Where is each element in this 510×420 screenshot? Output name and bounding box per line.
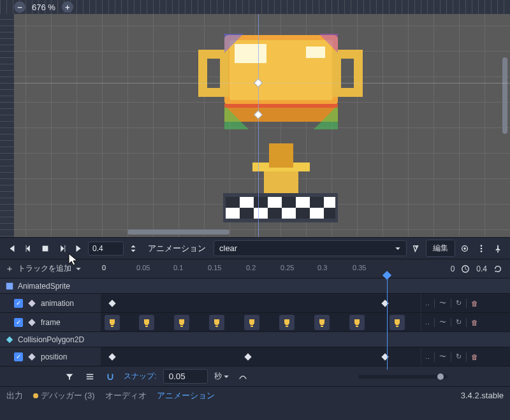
keyframe[interactable] <box>108 353 115 360</box>
svg-rect-8 <box>296 208 310 219</box>
bezier-edit-button[interactable] <box>236 370 250 384</box>
frame-thumbnail[interactable] <box>139 315 154 330</box>
snap-toggle-button[interactable] <box>103 370 117 384</box>
track-enabled-checkbox[interactable]: ✓ <box>14 352 23 361</box>
chevron-down-icon <box>223 373 229 380</box>
svg-rect-18 <box>203 54 224 92</box>
interp-icon[interactable]: 〜 <box>439 352 446 361</box>
step-back-button[interactable] <box>22 242 36 256</box>
animation-selector[interactable]: clear <box>214 240 407 256</box>
frame-thumbnail[interactable] <box>390 315 405 330</box>
animation-menu-label[interactable]: アニメーション <box>143 243 211 254</box>
track-property-label: animation <box>41 299 74 308</box>
loop-icon[interactable]: ↻ <box>456 318 462 326</box>
track-row-animation: ✓ animation ‥ 〜 ↻ 🗑 <box>0 293 510 312</box>
time-tick: 0.15 <box>208 264 221 272</box>
group-tracks-button[interactable] <box>83 370 97 384</box>
more-options-button[interactable] <box>474 242 488 256</box>
tab-output[interactable]: 出力 <box>6 390 23 402</box>
time-tick: 0.2 <box>246 264 256 272</box>
time-tick: 0.1 <box>173 264 183 272</box>
canvas-viewport[interactable]: − 676 % + <box>0 0 510 237</box>
onion-skin-button[interactable] <box>458 242 472 256</box>
viewport-vertical-scrollbar[interactable] <box>502 57 507 134</box>
keyframe[interactable] <box>108 300 115 307</box>
tab-animation[interactable]: アニメーション <box>157 390 215 402</box>
track-options: ‥ 〜 ↻ 🗑 <box>421 294 510 312</box>
add-track-button[interactable]: トラックを追加 <box>18 263 71 274</box>
sprite-preview[interactable] <box>198 22 363 226</box>
chevron-down-icon <box>395 245 401 252</box>
frame-thumbnail[interactable] <box>279 315 295 330</box>
time-stepper-icon[interactable] <box>126 242 140 256</box>
track-keyframes[interactable] <box>101 313 421 331</box>
playhead[interactable] <box>387 275 388 370</box>
frame-thumbnail[interactable] <box>244 315 259 330</box>
track-group-animatedsprite[interactable]: AnimatedSprite <box>0 278 510 293</box>
time-position-input[interactable] <box>88 242 124 256</box>
timeline-clock-icon[interactable] <box>458 262 472 276</box>
plus-icon: ＋ <box>5 263 14 275</box>
delete-track-button[interactable]: 🗑 <box>471 353 478 361</box>
frame-thumbnail[interactable] <box>314 315 330 330</box>
frame-thumbnail[interactable] <box>209 315 224 330</box>
frame-thumbnail[interactable] <box>349 315 365 330</box>
filter-tracks-button[interactable] <box>62 370 76 384</box>
delete-track-button[interactable]: 🗑 <box>471 319 478 326</box>
svg-rect-3 <box>254 197 268 208</box>
play-reverse-end-button[interactable] <box>5 242 19 256</box>
loop-icon[interactable]: ↻ <box>456 299 462 307</box>
track-mode-icon[interactable]: ‥ <box>425 318 430 326</box>
interp-icon[interactable]: 〜 <box>439 298 446 308</box>
tab-debugger-label: デバッガー (3) <box>41 391 95 400</box>
svg-rect-9 <box>324 208 335 219</box>
track-options: ‥ 〜 ↻ 🗑 <box>421 313 510 331</box>
svg-rect-19 <box>337 54 358 92</box>
delete-track-button[interactable]: 🗑 <box>471 300 478 307</box>
track-enabled-checkbox[interactable]: ✓ <box>14 299 23 308</box>
track-keyframes[interactable] <box>101 347 421 366</box>
track-mode-icon[interactable]: ‥ <box>425 352 430 361</box>
svg-rect-5 <box>310 197 324 208</box>
svg-rect-24 <box>224 104 338 108</box>
pin-button[interactable] <box>491 242 505 256</box>
stop-button[interactable] <box>38 242 52 256</box>
track-enabled-checkbox[interactable]: ✓ <box>14 318 23 327</box>
snap-label: スナップ: <box>124 371 156 382</box>
tab-debugger[interactable]: デバッガー (3) <box>33 390 95 402</box>
svg-rect-15 <box>235 44 266 63</box>
loop-icon[interactable]: ↻ <box>456 352 462 361</box>
viewport-horizontal-scrollbar[interactable] <box>127 229 229 235</box>
autoplay-toggle[interactable] <box>409 242 423 256</box>
snap-value-input[interactable] <box>163 369 208 384</box>
svg-rect-25 <box>43 245 48 251</box>
interp-icon[interactable]: 〜 <box>439 317 446 327</box>
svg-rect-12 <box>269 143 293 168</box>
snap-unit-label[interactable]: 秒 <box>214 371 222 382</box>
svg-point-28 <box>481 245 483 247</box>
loop-button[interactable] <box>491 262 505 276</box>
track-group-label: CollisionPolygon2D <box>18 335 84 344</box>
time-tick: 0 <box>102 264 106 272</box>
animation-name: clear <box>219 243 237 253</box>
keyframe-icon <box>28 300 35 307</box>
keyframe[interactable] <box>244 353 251 360</box>
timeline-ruler[interactable]: 0 0.05 0.1 0.15 0.2 0.25 0.3 0.35 <box>101 259 421 278</box>
track-mode-icon[interactable]: ‥ <box>425 299 430 307</box>
step-forward-button[interactable] <box>55 242 69 256</box>
track-group-label: AnimatedSprite <box>18 282 70 291</box>
time-tick: 0.25 <box>280 264 294 272</box>
zoom-slider[interactable] <box>358 375 448 379</box>
frame-thumbnail[interactable] <box>105 315 120 330</box>
version-label: 3.4.2.stable <box>461 391 504 400</box>
edit-menu-button[interactable]: 編集 <box>426 240 455 257</box>
zoom-out-button[interactable]: − <box>14 1 26 13</box>
track-keyframes[interactable] <box>101 294 421 312</box>
zoom-in-button[interactable]: + <box>62 1 73 13</box>
timeline-start-label: 0 <box>451 264 455 273</box>
frame-thumbnail[interactable] <box>174 315 189 330</box>
keyframe-icon <box>28 353 35 360</box>
tab-audio[interactable]: オーディオ <box>105 390 147 402</box>
track-group-collision[interactable]: CollisionPolygon2D <box>0 331 510 347</box>
snap-toolbar: スナップ: 秒 <box>0 366 510 386</box>
